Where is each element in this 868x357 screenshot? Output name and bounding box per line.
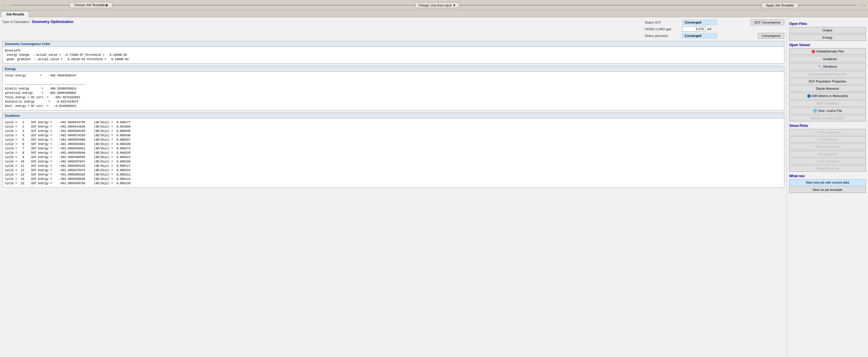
- save-job-template-button[interactable]: Save as job template: [789, 187, 866, 193]
- output-button[interactable]: Output: [789, 27, 866, 33]
- geometry-section-body: $convinfo energy change : actual value =…: [3, 47, 784, 63]
- gradients-viewer-button[interactable]: 📈 Gradients: [789, 56, 866, 62]
- right-sidebar: Open Files Output Energy Open Viewer 🔴 O…: [787, 17, 868, 357]
- main-content: Type of Calculation Geometry Optimizatio…: [0, 17, 868, 357]
- start-new-job-button[interactable]: Start new job with current data: [789, 179, 866, 186]
- homo-lumo-input[interactable]: [682, 26, 705, 32]
- gradients-section-body: cycle = 1 SCF energy = -492.4069534794 |…: [3, 119, 784, 187]
- apply-template-button[interactable]: Apply Job Template: [762, 2, 798, 8]
- open-viewer-title: Open Viewer: [789, 43, 866, 47]
- status-geo-label: Status geometry: [645, 34, 680, 37]
- scf-population-button[interactable]: SCF Population Properties: [789, 78, 866, 85]
- nmr-button[interactable]: NMR Shieldings: [789, 100, 866, 107]
- energy-section: Energy total energy = -492.40694508147 -…: [2, 66, 784, 110]
- cosmo-button[interactable]: 🌐 View .cosmo File: [789, 107, 866, 114]
- status-scf-label: Status SCF: [645, 21, 680, 24]
- geometry-section-header: Geometry Convergence Criter: [3, 41, 784, 47]
- arrows-left-icon: →→: [2, 3, 10, 7]
- open-files-title: Open Files: [789, 22, 866, 26]
- center-panel: Type of Calculation Geometry Optimizatio…: [0, 17, 787, 357]
- thermochem-button[interactable]: Thermochemical Properties: [789, 71, 866, 77]
- gradients-section: Gradients cycle = 1 SCF energy = -492.40…: [2, 113, 784, 188]
- raman-button[interactable]: ▪ Raman Spectrum: [789, 143, 866, 150]
- convergence-button[interactable]: Convergence: [758, 33, 784, 39]
- choose-template-button[interactable]: Choose Job Template ▶: [70, 2, 113, 8]
- energy-section-body: total energy = -492.40694508147 --------…: [3, 72, 784, 110]
- dos-button[interactable]: Density of states (DOS): [789, 115, 866, 122]
- show-plots-title: Show Plots: [789, 124, 866, 128]
- aim-button[interactable]: 🔵 AIM (Atoms in Molecules): [789, 93, 866, 99]
- band-structure-button[interactable]: ▪ Band Structure: [789, 165, 866, 172]
- calc-type-label: Type of Calculation: [2, 20, 30, 24]
- top-toolbar: →→ Choose Job Template ▶ Charge: Use fro…: [0, 0, 868, 10]
- calc-type-value: Geometry Optimization: [32, 20, 73, 24]
- dipole-moments-button[interactable]: Dipole Moments: [789, 86, 866, 92]
- status-scf-value: Converged: [682, 20, 717, 25]
- orbital-density-button[interactable]: 🔴 Orbital/Density Plot: [789, 48, 866, 55]
- homo-lumo-unit: eV: [708, 27, 711, 31]
- what-next-title: What nex: [789, 174, 866, 178]
- energy-button[interactable]: Energy: [789, 34, 866, 41]
- homo-lumo-label: HOMO-LUMO gap: [645, 27, 680, 31]
- uv-vis-button[interactable]: ▪ UV/Vis Spectrum: [789, 129, 866, 135]
- energy-section-header: Energy: [3, 66, 784, 72]
- tab-bar: Job Results: [0, 10, 868, 17]
- toolbar-line-2: [113, 5, 415, 5]
- scf-convergence-button[interactable]: SCF Convergence: [751, 20, 784, 25]
- cd-spectrum-button[interactable]: ▪ CD Spectrum: [789, 136, 866, 142]
- toolbar-line-4: [798, 5, 857, 5]
- charge-selector[interactable]: Charge: Use from input ▼: [415, 2, 459, 8]
- arrows-right-icon: →→: [858, 3, 866, 7]
- tab-job-results[interactable]: Job Results: [1, 11, 29, 17]
- vibrations-button[interactable]: 🔧 Vibrations: [789, 63, 866, 70]
- toolbar-line-3: [459, 5, 762, 5]
- geometry-convergence-section: Geometry Convergence Criter $convinfo en…: [2, 41, 784, 64]
- gradients-section-header: Gradients: [3, 113, 784, 119]
- toolbar-line-1: [11, 5, 70, 5]
- vcd-button[interactable]: ▪ VCD Spectrum: [789, 158, 866, 164]
- charge-arrow-icon: ▼: [453, 3, 456, 7]
- ir-spectrum-button[interactable]: ▪ IR Spectrum: [789, 151, 866, 157]
- status-geo-value: Converged: [682, 33, 717, 38]
- charge-label: Charge: Use from input: [418, 3, 452, 7]
